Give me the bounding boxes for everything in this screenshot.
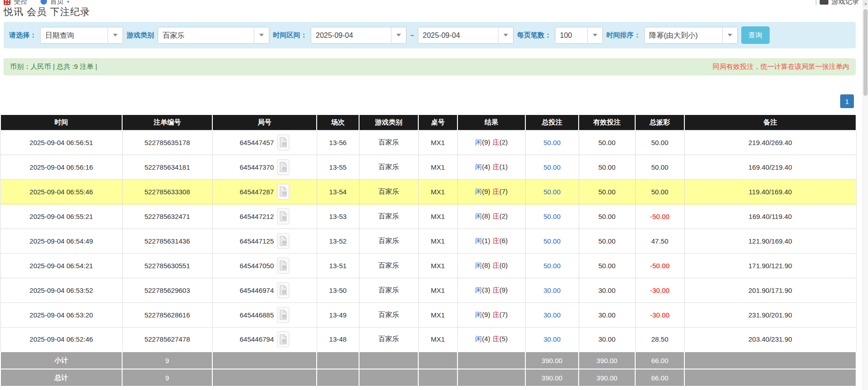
bet-records-table: 时间 注单编号 局号 场次 游戏类别 桌号 结果 总投注 有效投注 总派彩 备注… xyxy=(0,115,857,387)
cell-table-no: MX1 xyxy=(418,130,457,155)
result-banker-value: (9) xyxy=(499,286,508,294)
video-replay-button[interactable] xyxy=(277,331,289,347)
cell-round-id: 645446885 xyxy=(212,302,317,327)
cell-valid-bet: 50.00 xyxy=(579,155,635,179)
game-type-value: 百家乐 xyxy=(158,27,254,43)
date-to-dropdown[interactable]: 2025-09-04 xyxy=(418,27,514,44)
result-player-value: (9) xyxy=(482,187,490,195)
query-type-dropdown[interactable]: 日期查询 xyxy=(40,27,123,44)
monitor-icon[interactable] xyxy=(820,0,828,5)
subtotal-payout: 66.00 xyxy=(635,352,684,369)
video-replay-button[interactable] xyxy=(277,184,289,200)
cell-table-no: MX1 xyxy=(418,179,457,204)
cell-remark: 231.90/201.90 xyxy=(684,302,856,327)
topnav-item-1[interactable]: 受控 xyxy=(14,0,27,6)
total-bet-link[interactable]: 30.00 xyxy=(544,311,561,319)
cell-total-bet: 50.00 xyxy=(525,130,579,155)
pagination-page-1[interactable]: 1 xyxy=(840,94,854,108)
date-from-dropdown[interactable]: 2025-09-04 xyxy=(311,27,406,44)
cell-valid-bet: 50.00 xyxy=(579,204,635,229)
cell-total-bet: 30.00 xyxy=(525,302,579,327)
video-replay-button[interactable] xyxy=(277,233,289,249)
dropdown-arrow[interactable] xyxy=(254,27,269,43)
game-type-dropdown[interactable]: 百家乐 xyxy=(158,27,269,44)
round-id-text: 645447370 xyxy=(240,163,274,171)
video-replay-button[interactable] xyxy=(277,258,289,274)
result-player-value: (8) xyxy=(482,212,490,220)
dropdown-arrow[interactable] xyxy=(587,27,602,43)
result-player-label: 闲 xyxy=(475,261,482,269)
result-banker-label: 庄 xyxy=(493,311,499,318)
cell-payout: 50.00 xyxy=(635,130,684,155)
total-bet-link[interactable]: 50.00 xyxy=(544,237,561,245)
cell-bet-id: 522785629603 xyxy=(122,278,212,302)
app-logo-icon[interactable] xyxy=(4,0,10,5)
video-replay-button[interactable] xyxy=(277,208,289,224)
cell-payout: -50.00 xyxy=(635,253,684,278)
video-replay-button[interactable] xyxy=(277,135,289,151)
result-banker-label: 庄 xyxy=(493,212,499,220)
total-bet-link[interactable]: 30.00 xyxy=(544,286,561,294)
sort-dropdown[interactable]: 降幂(由大到小) xyxy=(644,27,738,44)
cell-game-type: 百家乐 xyxy=(359,302,418,327)
cell-round-id: 645447212 xyxy=(212,204,317,229)
cell-bet-id: 522785632471 xyxy=(122,204,212,229)
result-player-value: (9) xyxy=(482,311,490,318)
cell-total-bet: 30.00 xyxy=(525,278,579,302)
subtotal-total-bet: 390.00 xyxy=(525,352,579,369)
dropdown-arrow[interactable] xyxy=(391,27,406,43)
cell-remark: 201.90/171.90 xyxy=(684,278,856,302)
cell-table-no: MX1 xyxy=(418,278,457,302)
header-payout: 总派彩 xyxy=(635,115,684,130)
round-id-text: 645446794 xyxy=(240,335,274,343)
topnav-item-2[interactable]: 首页 xyxy=(50,0,64,6)
chevron-down-icon xyxy=(259,34,264,36)
home-icon[interactable] xyxy=(41,0,47,5)
date-to-value: 2025-09-04 xyxy=(418,27,498,43)
result-banker-value: (0) xyxy=(499,261,508,269)
filter-bar: 请选择： 日期查询 游戏类别 百家乐 时间区间： 2025-09-04 ~ 20… xyxy=(4,22,856,48)
total-bet-link[interactable]: 50.00 xyxy=(544,139,561,146)
total-bet-link[interactable]: 50.00 xyxy=(544,163,561,171)
round-id-text: 645447050 xyxy=(240,262,274,270)
table-row: 2025-09-04 06:54:21 522785630551 6454470… xyxy=(0,253,856,278)
cell-total-bet: 30.00 xyxy=(525,327,579,352)
cell-total-bet: 50.00 xyxy=(525,204,579,229)
cell-time: 2025-09-04 06:54:21 xyxy=(0,253,122,278)
query-button[interactable]: 查询 xyxy=(741,26,770,44)
subtotal-count: 9 xyxy=(122,352,212,369)
topnav-right-label[interactable]: 游戏记录 xyxy=(832,0,859,6)
cell-valid-bet: 30.00 xyxy=(579,327,635,352)
total-bet-link[interactable]: 50.00 xyxy=(544,213,561,220)
scrollbar xyxy=(863,0,868,390)
dropdown-arrow[interactable] xyxy=(498,27,513,43)
scrollbar-thumb[interactable] xyxy=(863,9,868,96)
total-bet-link[interactable]: 30.00 xyxy=(544,335,561,343)
total-bet-link[interactable]: 50.00 xyxy=(544,262,561,270)
page-size-dropdown[interactable]: 100 xyxy=(555,27,603,44)
table-row: 2025-09-04 06:53:20 522785628616 6454468… xyxy=(0,302,856,327)
round-id-text: 645447212 xyxy=(240,213,274,220)
video-replay-button[interactable] xyxy=(277,307,289,323)
cell-payout: -50.00 xyxy=(635,204,684,229)
header-session: 场次 xyxy=(317,115,359,130)
cell-valid-bet: 30.00 xyxy=(579,302,635,327)
total-bet-link[interactable]: 50.00 xyxy=(544,188,561,196)
cell-table-no: MX1 xyxy=(418,204,457,229)
result-player-label: 闲 xyxy=(475,335,482,343)
cell-session: 13-52 xyxy=(317,229,359,253)
table-row: 2025-09-04 06:55:21 522785632471 6454472… xyxy=(0,204,856,229)
video-replay-button[interactable] xyxy=(277,282,289,298)
cell-round-id: 645447287 xyxy=(212,179,317,204)
chevron-down-icon[interactable]: ▾ xyxy=(67,0,69,4)
scrollbar-up-button[interactable] xyxy=(863,0,868,7)
result-player-label: 闲 xyxy=(475,163,482,171)
dropdown-arrow[interactable] xyxy=(108,27,123,43)
video-replay-button[interactable] xyxy=(277,159,289,175)
summary-bar: 币别：人民币 | 总共 :9 注单 | 同局有效投注，统一计算在该局第一张注单内 xyxy=(4,58,856,75)
cell-payout: 28.50 xyxy=(635,327,684,352)
cell-game-type: 百家乐 xyxy=(359,204,418,229)
empty-cell xyxy=(317,352,359,369)
dropdown-arrow[interactable] xyxy=(722,27,737,43)
cell-result: 闲(1)庄(6) xyxy=(457,229,525,253)
